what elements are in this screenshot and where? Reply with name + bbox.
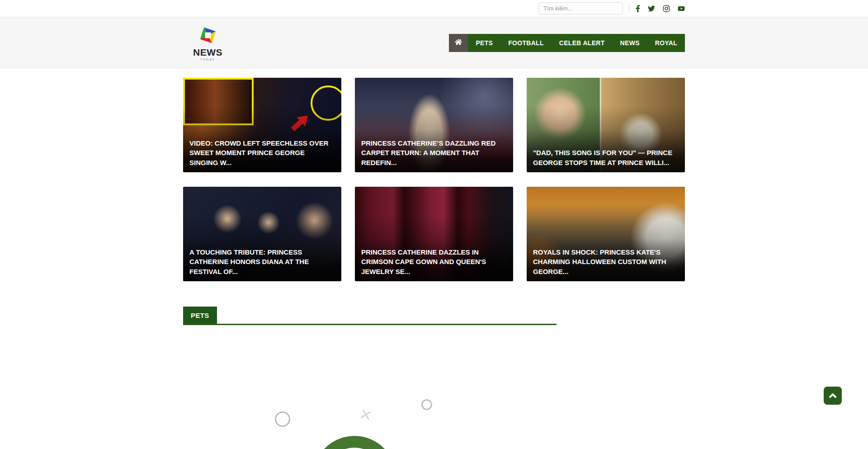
- twitter-icon[interactable]: [648, 5, 655, 12]
- header: NEWS TODAY PETS FOOTBALL CELEB ALERT NEW…: [0, 17, 868, 69]
- social-links: [636, 5, 685, 12]
- nav-item-news[interactable]: NEWS: [613, 34, 647, 52]
- article-card[interactable]: A TOUCHING TRIBUTE: PRINCESS CATHERINE H…: [183, 187, 341, 281]
- article-card[interactable]: PRINCESS CATHERINE DAZZLES IN CRIMSON CA…: [355, 187, 513, 281]
- decorative-circle: [421, 399, 432, 410]
- search-input[interactable]: [539, 5, 623, 12]
- logo-subtitle: TODAY: [200, 58, 215, 61]
- main-nav: PETS FOOTBALL CELEB ALERT NEWS ROYAL: [449, 34, 685, 52]
- nav-item-celeb-alert[interactable]: CELEB ALERT: [552, 34, 613, 52]
- article-title: VIDEO: CROWD LEFT SPEECHLESS OVER SWEET …: [183, 135, 341, 172]
- youtube-icon[interactable]: [678, 5, 685, 12]
- topbar-divider: [629, 4, 629, 14]
- article-card[interactable]: ROYALS IN SHOCK: PRINCESS KATE'S CHARMIN…: [527, 187, 685, 281]
- facebook-icon[interactable]: [636, 5, 640, 12]
- search-form: [538, 2, 623, 14]
- loader-ring: [313, 436, 396, 449]
- instagram-icon[interactable]: [663, 5, 670, 12]
- main-content: VIDEO: CROWD LEFT SPEECHLESS OVER SWEET …: [183, 78, 685, 325]
- pets-section-label[interactable]: PETS: [183, 307, 217, 324]
- chevron-up-icon: [829, 392, 836, 399]
- pets-section-header: PETS: [183, 307, 557, 325]
- article-title: A TOUCHING TRIBUTE: PRINCESS CATHERINE H…: [183, 244, 341, 281]
- featured-grid: VIDEO: CROWD LEFT SPEECHLESS OVER SWEET …: [183, 78, 685, 281]
- article-card[interactable]: PRINCESS CATHERINE’S DAZZLING RED CARPET…: [355, 78, 513, 172]
- article-title: "DAD, THIS SONG IS FOR YOU" — PRINCE GEO…: [527, 144, 685, 172]
- home-icon: [455, 38, 462, 47]
- scroll-to-top-button[interactable]: [824, 387, 842, 405]
- logo-diamond-icon: [198, 25, 218, 47]
- decorative-circle: [275, 411, 290, 427]
- article-card[interactable]: VIDEO: CROWD LEFT SPEECHLESS OVER SWEET …: [183, 78, 341, 172]
- article-title: PRINCESS CATHERINE’S DAZZLING RED CARPET…: [355, 135, 513, 172]
- article-card[interactable]: "DAD, THIS SONG IS FOR YOU" — PRINCE GEO…: [527, 78, 685, 172]
- nav-home-button[interactable]: [449, 34, 468, 52]
- logo-title: NEWS: [193, 47, 222, 57]
- article-title: PRINCESS CATHERINE DAZZLES IN CRIMSON CA…: [355, 244, 513, 281]
- nav-item-pets[interactable]: PETS: [468, 34, 500, 52]
- site-logo[interactable]: NEWS TODAY: [193, 25, 222, 61]
- article-title: ROYALS IN SHOCK: PRINCESS KATE'S CHARMIN…: [527, 244, 685, 281]
- page: NEWS TODAY PETS FOOTBALL CELEB ALERT NEW…: [0, 0, 868, 449]
- nav-item-royal[interactable]: ROYAL: [647, 34, 685, 52]
- decorative-x: [359, 407, 373, 422]
- top-bar: [0, 0, 868, 17]
- nav-item-football[interactable]: FOOTBALL: [500, 34, 552, 52]
